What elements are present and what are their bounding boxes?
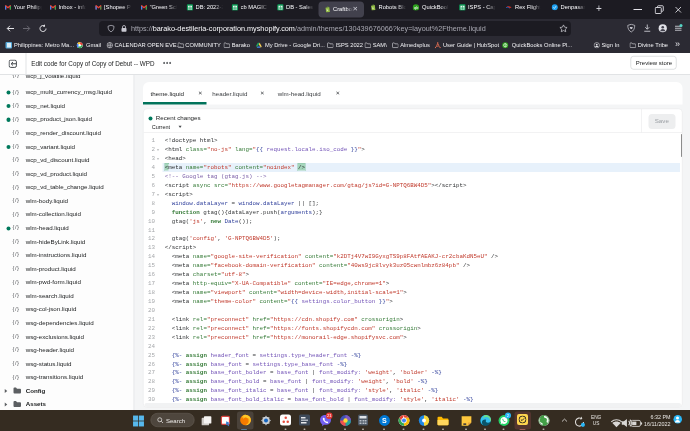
svg-text:S: S xyxy=(382,417,387,425)
